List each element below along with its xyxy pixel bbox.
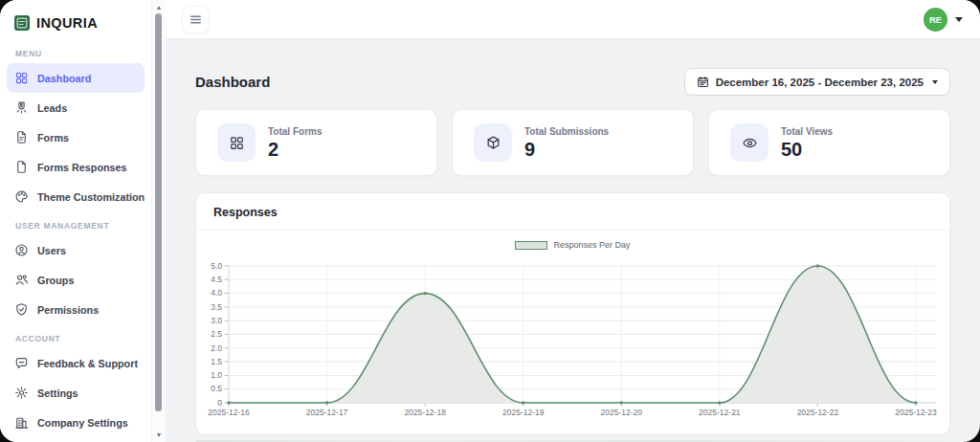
svg-text:5.0: 5.0 bbox=[211, 261, 222, 271]
svg-text:1.0: 1.0 bbox=[211, 370, 222, 380]
gear-icon bbox=[14, 386, 29, 400]
magnet-icon bbox=[14, 100, 29, 115]
sidebar-item-label: Leads bbox=[37, 102, 67, 114]
stat-card-total-forms: Total Forms2 bbox=[195, 109, 437, 176]
sidebar-item-label: Settings bbox=[37, 387, 78, 399]
chart-legend: Responses Per Day bbox=[196, 239, 949, 251]
svg-text:2025-12-20: 2025-12-20 bbox=[601, 408, 643, 417]
app-window: INQURIA MENUDashboardLeadsFormsForms Res… bbox=[0, 0, 980, 442]
topbar: RE bbox=[165, 0, 980, 39]
sidebar-item-company-settings[interactable]: Company Settings bbox=[7, 408, 145, 437]
sidebar-item-settings[interactable]: Settings bbox=[7, 378, 145, 408]
stat-label: Total Forms bbox=[268, 126, 322, 137]
sidebar-item-label: Dashboard bbox=[37, 73, 91, 84]
stat-value: 9 bbox=[524, 140, 609, 159]
sidebar-item-users[interactable]: Users bbox=[7, 235, 145, 265]
grid-icon bbox=[14, 71, 29, 85]
date-range-caret-icon bbox=[932, 80, 938, 84]
svg-text:1.5: 1.5 bbox=[211, 357, 222, 366]
sidebar-item-groups[interactable]: Groups bbox=[7, 265, 145, 295]
cube-icon bbox=[474, 123, 512, 162]
svg-text:0.5: 0.5 bbox=[211, 385, 222, 394]
svg-text:2025-12-17: 2025-12-17 bbox=[306, 408, 348, 417]
svg-text:2025-12-22: 2025-12-22 bbox=[797, 408, 839, 417]
chat-icon bbox=[14, 356, 29, 370]
hamburger-icon bbox=[189, 12, 203, 27]
scroll-down-icon[interactable]: ▼ bbox=[152, 431, 166, 438]
responses-chart: 00.51.01.52.02.53.03.54.04.55.02025-12-1… bbox=[196, 251, 949, 427]
sidebar-item-theme-customization[interactable]: Theme Customization bbox=[7, 182, 145, 211]
svg-text:2.0: 2.0 bbox=[211, 343, 222, 353]
account-menu-caret-icon[interactable] bbox=[955, 17, 963, 22]
dashboard-content: Dashboard December 16, 2025 - December 2… bbox=[165, 69, 980, 442]
sidebar-item-label: Groups bbox=[37, 275, 74, 286]
date-range-picker[interactable]: December 16, 2025 - December 23, 2025 bbox=[684, 68, 950, 96]
users-icon bbox=[14, 273, 29, 287]
sidebar-item-label: Theme Customization bbox=[37, 191, 145, 203]
sidebar-item-label: Forms Responses bbox=[37, 162, 127, 173]
stat-card-total-submissions: Total Submissions9 bbox=[452, 109, 694, 176]
svg-text:2025-12-23: 2025-12-23 bbox=[895, 408, 937, 417]
brand-name: INQURIA bbox=[36, 15, 98, 31]
sidebar: INQURIA MENUDashboardLeadsFormsForms Res… bbox=[0, 0, 151, 442]
svg-text:4.5: 4.5 bbox=[211, 275, 222, 284]
stat-value: 2 bbox=[268, 140, 322, 159]
responses-card: Responses Responses Per Day 00.51.01.52.… bbox=[195, 192, 950, 435]
stat-label: Total Views bbox=[781, 126, 833, 137]
shield-check-icon bbox=[14, 302, 29, 317]
calendar-icon bbox=[697, 76, 709, 88]
sidebar-item-permissions[interactable]: Permissions bbox=[7, 295, 145, 324]
sidebar-item-label: Company Settings bbox=[37, 417, 128, 429]
palette-icon bbox=[14, 189, 29, 204]
sidebar-item-forms[interactable]: Forms bbox=[7, 122, 145, 152]
legend-swatch-icon bbox=[515, 241, 547, 250]
stats-row: Total Forms2Total Submissions9Total View… bbox=[195, 109, 950, 176]
sidebar-item-leads[interactable]: Leads bbox=[7, 93, 145, 122]
file-alt-icon bbox=[14, 160, 29, 174]
svg-text:0: 0 bbox=[217, 398, 222, 408]
responses-card-title: Responses bbox=[196, 193, 949, 231]
sidebar-scrollbar[interactable]: ▲ ▼ bbox=[151, 0, 166, 442]
sidebar-item-feedback-support[interactable]: Feedback & Support bbox=[7, 348, 145, 378]
stat-value: 50 bbox=[781, 140, 833, 159]
scroll-up-icon[interactable]: ▲ bbox=[152, 4, 166, 11]
svg-text:4.0: 4.0 bbox=[211, 288, 222, 298]
grid-icon bbox=[217, 123, 256, 162]
svg-text:2.5: 2.5 bbox=[211, 329, 222, 339]
avatar[interactable]: RE bbox=[924, 8, 947, 32]
svg-text:2025-12-21: 2025-12-21 bbox=[699, 408, 741, 417]
eye-icon bbox=[730, 123, 768, 162]
svg-text:2025-12-19: 2025-12-19 bbox=[502, 408, 545, 417]
legend-label: Responses Per Day bbox=[553, 240, 630, 250]
page-title: Dashboard bbox=[195, 74, 270, 90]
sidebar-item-forms-responses[interactable]: Forms Responses bbox=[7, 152, 145, 182]
stat-card-total-views: Total Views50 bbox=[708, 109, 950, 176]
sidebar-section-label-user-management: USER MANAGEMENT bbox=[0, 221, 151, 231]
sidebar-toggle-button[interactable] bbox=[182, 6, 210, 33]
svg-text:2025-12-18: 2025-12-18 bbox=[404, 408, 446, 417]
sidebar-section-label-account: ACCOUNT bbox=[0, 334, 151, 343]
svg-text:3.0: 3.0 bbox=[211, 316, 222, 325]
main-area: RE Dashboard December 16, 2025 - Decembe… bbox=[165, 0, 980, 442]
sidebar-item-label: Users bbox=[37, 245, 66, 256]
date-range-value: December 16, 2025 - December 23, 2025 bbox=[716, 77, 924, 88]
brand-logo-icon bbox=[13, 14, 31, 32]
building-icon bbox=[14, 415, 29, 430]
sidebar-item-label: Feedback & Support bbox=[37, 358, 138, 369]
user-circle-icon bbox=[14, 243, 29, 257]
svg-text:3.5: 3.5 bbox=[211, 302, 222, 312]
brand-logo[interactable]: INQURIA bbox=[0, 0, 151, 39]
file-icon bbox=[14, 130, 29, 144]
sidebar-item-label: Permissions bbox=[37, 304, 99, 316]
stat-label: Total Submissions bbox=[524, 126, 609, 137]
sidebar-item-label: Forms bbox=[37, 132, 69, 144]
svg-text:2025-12-16: 2025-12-16 bbox=[208, 408, 250, 417]
sidebar-item-dashboard[interactable]: Dashboard bbox=[7, 63, 145, 93]
sidebar-section-label-menu: MENU bbox=[0, 49, 151, 58]
scrollbar-thumb[interactable] bbox=[155, 13, 162, 411]
